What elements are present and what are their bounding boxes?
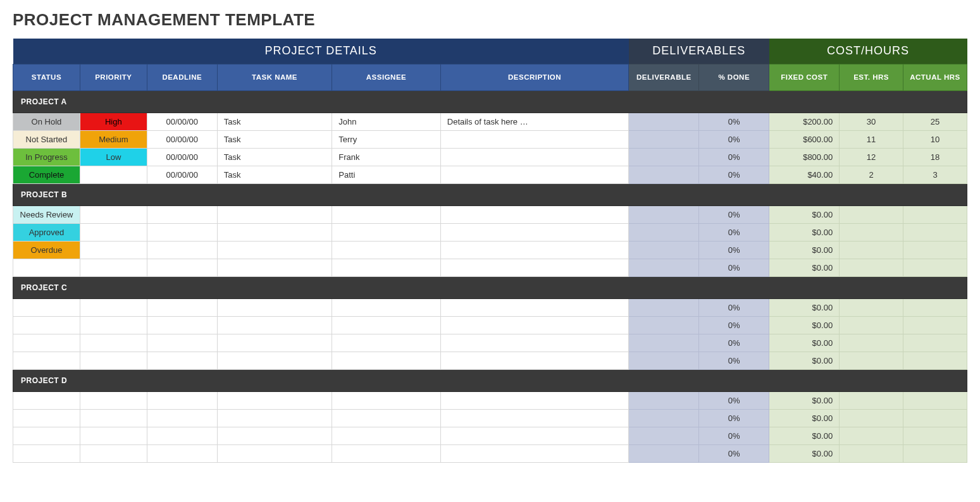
cell-fixed-cost[interactable]: $0.00 xyxy=(769,334,840,352)
cell-deadline[interactable] xyxy=(147,316,217,334)
cell-percent-done[interactable]: 0% xyxy=(699,409,769,427)
cell-description[interactable]: Details of task here … xyxy=(440,113,629,130)
cell-task-name[interactable] xyxy=(217,334,332,352)
cell-deadline[interactable] xyxy=(147,334,217,352)
cell-priority[interactable]: Low xyxy=(80,148,147,166)
cell-assignee[interactable] xyxy=(332,205,440,223)
cell-percent-done[interactable]: 0% xyxy=(699,259,769,276)
cell-est-hrs[interactable] xyxy=(840,409,903,427)
cell-task-name[interactable]: Task xyxy=(217,130,332,148)
cell-status[interactable]: Needs Review xyxy=(13,205,80,223)
cell-deadline[interactable] xyxy=(147,241,217,259)
cell-est-hrs[interactable]: 2 xyxy=(840,166,903,183)
cell-description[interactable] xyxy=(440,298,629,316)
cell-priority[interactable] xyxy=(80,391,147,409)
cell-deadline[interactable]: 00/00/00 xyxy=(147,113,217,130)
cell-task-name[interactable] xyxy=(217,223,332,241)
cell-actual-hrs[interactable] xyxy=(903,444,967,462)
cell-assignee[interactable] xyxy=(332,316,440,334)
cell-assignee[interactable]: Patti xyxy=(332,166,440,183)
cell-est-hrs[interactable] xyxy=(840,352,903,369)
cell-percent-done[interactable]: 0% xyxy=(699,427,769,444)
cell-description[interactable] xyxy=(440,352,629,369)
cell-actual-hrs[interactable] xyxy=(903,352,967,369)
cell-description[interactable] xyxy=(440,148,629,166)
cell-percent-done[interactable]: 0% xyxy=(699,352,769,369)
cell-task-name[interactable]: Task xyxy=(217,148,332,166)
cell-description[interactable] xyxy=(440,409,629,427)
cell-est-hrs[interactable] xyxy=(840,391,903,409)
cell-assignee[interactable] xyxy=(332,391,440,409)
cell-fixed-cost[interactable]: $0.00 xyxy=(769,298,840,316)
cell-description[interactable] xyxy=(440,259,629,276)
cell-assignee[interactable]: Frank xyxy=(332,148,440,166)
cell-deliverable[interactable] xyxy=(629,352,699,369)
cell-deadline[interactable]: 00/00/00 xyxy=(147,166,217,183)
cell-deliverable[interactable] xyxy=(629,298,699,316)
cell-deadline[interactable] xyxy=(147,409,217,427)
cell-deadline[interactable]: 00/00/00 xyxy=(147,148,217,166)
cell-status[interactable]: Approved xyxy=(13,223,80,241)
cell-fixed-cost[interactable]: $200.00 xyxy=(769,113,840,130)
cell-fixed-cost[interactable]: $0.00 xyxy=(769,223,840,241)
cell-deadline[interactable] xyxy=(147,205,217,223)
cell-percent-done[interactable]: 0% xyxy=(699,130,769,148)
cell-task-name[interactable]: Task xyxy=(217,113,332,130)
cell-priority[interactable] xyxy=(80,334,147,352)
cell-assignee[interactable] xyxy=(332,241,440,259)
cell-task-name[interactable] xyxy=(217,316,332,334)
cell-deliverable[interactable] xyxy=(629,316,699,334)
cell-percent-done[interactable]: 0% xyxy=(699,391,769,409)
cell-fixed-cost[interactable]: $0.00 xyxy=(769,352,840,369)
cell-description[interactable] xyxy=(440,223,629,241)
cell-status[interactable] xyxy=(13,352,80,369)
cell-assignee[interactable] xyxy=(332,427,440,444)
cell-actual-hrs[interactable] xyxy=(903,205,967,223)
cell-deliverable[interactable] xyxy=(629,259,699,276)
cell-task-name[interactable] xyxy=(217,444,332,462)
cell-priority[interactable] xyxy=(80,166,147,183)
cell-est-hrs[interactable] xyxy=(840,223,903,241)
cell-est-hrs[interactable] xyxy=(840,334,903,352)
cell-assignee[interactable] xyxy=(332,444,440,462)
cell-description[interactable] xyxy=(440,205,629,223)
cell-est-hrs[interactable] xyxy=(840,316,903,334)
cell-est-hrs[interactable]: 11 xyxy=(840,130,903,148)
cell-deadline[interactable]: 00/00/00 xyxy=(147,130,217,148)
cell-est-hrs[interactable] xyxy=(840,241,903,259)
cell-percent-done[interactable]: 0% xyxy=(699,166,769,183)
cell-deliverable[interactable] xyxy=(629,334,699,352)
cell-priority[interactable] xyxy=(80,316,147,334)
cell-status[interactable]: Overdue xyxy=(13,241,80,259)
cell-assignee[interactable] xyxy=(332,409,440,427)
cell-task-name[interactable] xyxy=(217,241,332,259)
cell-fixed-cost[interactable]: $40.00 xyxy=(769,166,840,183)
cell-description[interactable] xyxy=(440,334,629,352)
cell-task-name[interactable] xyxy=(217,205,332,223)
cell-deadline[interactable] xyxy=(147,352,217,369)
cell-fixed-cost[interactable]: $0.00 xyxy=(769,391,840,409)
cell-fixed-cost[interactable]: $0.00 xyxy=(769,444,840,462)
cell-fixed-cost[interactable]: $800.00 xyxy=(769,148,840,166)
cell-deliverable[interactable] xyxy=(629,205,699,223)
cell-deliverable[interactable] xyxy=(629,148,699,166)
cell-est-hrs[interactable] xyxy=(840,259,903,276)
cell-actual-hrs[interactable] xyxy=(903,316,967,334)
cell-status[interactable] xyxy=(13,316,80,334)
cell-assignee[interactable]: John xyxy=(332,113,440,130)
cell-priority[interactable] xyxy=(80,259,147,276)
cell-description[interactable] xyxy=(440,316,629,334)
cell-priority[interactable] xyxy=(80,352,147,369)
cell-fixed-cost[interactable]: $0.00 xyxy=(769,316,840,334)
cell-assignee[interactable] xyxy=(332,334,440,352)
cell-deliverable[interactable] xyxy=(629,130,699,148)
cell-actual-hrs[interactable] xyxy=(903,298,967,316)
cell-assignee[interactable] xyxy=(332,223,440,241)
cell-status[interactable] xyxy=(13,427,80,444)
cell-est-hrs[interactable] xyxy=(840,298,903,316)
cell-assignee[interactable] xyxy=(332,298,440,316)
cell-deliverable[interactable] xyxy=(629,113,699,130)
cell-status[interactable] xyxy=(13,298,80,316)
cell-percent-done[interactable]: 0% xyxy=(699,241,769,259)
cell-actual-hrs[interactable]: 25 xyxy=(903,113,967,130)
